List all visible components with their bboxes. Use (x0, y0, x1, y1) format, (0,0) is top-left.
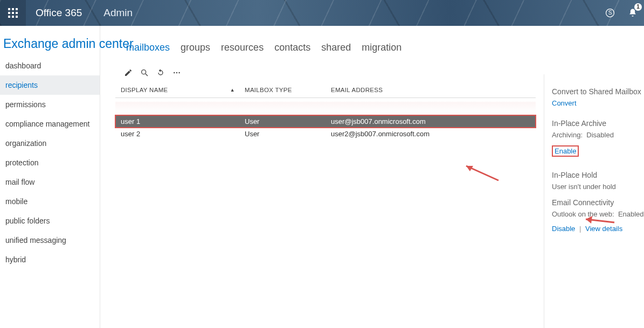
svg-line-12 (146, 74, 148, 76)
sidebar-item-unified-messaging[interactable]: unified messaging (0, 231, 100, 250)
svg-rect-6 (8, 16, 10, 18)
refresh-button[interactable] (155, 67, 166, 78)
refresh-icon (156, 68, 165, 77)
cell-display-name: user 2 (121, 130, 245, 138)
tab-groups[interactable]: groups (181, 42, 210, 53)
table-row[interactable]: user 2Useruser2@jsb007.onmicrosoft.com (115, 128, 536, 140)
sort-asc-icon: ▲ (230, 87, 235, 93)
admin-label[interactable]: Admin (92, 7, 133, 19)
sidebar-item-organization[interactable]: organization (0, 134, 100, 153)
archive-status-value: Disabled (586, 131, 614, 139)
svg-rect-1 (12, 8, 14, 10)
notifications-button[interactable]: 1 (621, 0, 644, 26)
pencil-icon (124, 68, 133, 77)
sidebar-item-protection[interactable]: protection (0, 153, 100, 172)
view-details-link[interactable]: View details (585, 225, 622, 233)
brand-label[interactable]: Office 365 (26, 7, 92, 19)
grid-header: DISPLAY NAME ▲ MAILBOX TYPE EMAIL ADDRES… (115, 82, 536, 98)
separator: | (579, 225, 581, 233)
skype-button[interactable]: S (599, 0, 621, 26)
column-display-name-label: DISPLAY NAME (121, 87, 168, 93)
sidebar-item-compliance-management[interactable]: compliance management (0, 114, 100, 134)
enable-archive-link[interactable]: Enable (552, 145, 579, 157)
column-email-address-label: EMAIL ADDRESS (331, 87, 383, 93)
svg-rect-3 (8, 12, 10, 14)
svg-point-11 (142, 70, 146, 74)
svg-rect-0 (8, 8, 10, 10)
tab-shared[interactable]: shared (321, 42, 351, 53)
svg-point-14 (176, 72, 177, 73)
cell-mailbox-type: User (245, 130, 331, 138)
owa-status: Outlook on the web: Enabled (552, 210, 644, 218)
hold-status: User isn't under hold (552, 183, 644, 191)
svg-rect-4 (12, 12, 14, 14)
svg-point-15 (178, 72, 179, 73)
left-nav: dashboardrecipientspermissionscompliance… (0, 26, 100, 328)
owa-actions: Disable | View details (552, 225, 644, 233)
svg-point-13 (174, 72, 175, 73)
edit-button[interactable] (123, 67, 134, 78)
tabs-bar: mailboxesgroupsresourcescontactssharedmi… (100, 26, 644, 53)
notification-count-badge: 1 (634, 3, 642, 11)
convert-heading: Convert to Shared Mailbox (552, 87, 644, 96)
column-email-address[interactable]: EMAIL ADDRESS (331, 87, 536, 93)
hold-heading: In-Place Hold (552, 171, 644, 179)
owa-label: Outlook on the web: (552, 210, 614, 218)
sidebar-item-mobile[interactable]: mobile (0, 192, 100, 211)
waffle-icon (8, 8, 18, 18)
svg-text:S: S (608, 10, 612, 16)
cell-email-address: user2@jsb007.onmicrosoft.com (331, 130, 536, 138)
cell-display-name: user 1 (121, 117, 245, 125)
svg-rect-2 (16, 8, 18, 10)
more-button[interactable] (171, 67, 182, 78)
redacted-row (115, 101, 536, 113)
skype-icon: S (605, 8, 615, 18)
tab-mailboxes[interactable]: mailboxes (126, 42, 170, 53)
archive-heading: In-Place Archive (552, 119, 644, 128)
search-button[interactable] (139, 67, 150, 78)
svg-rect-5 (16, 12, 18, 14)
archive-status-label: Archiving: (552, 131, 583, 139)
details-pane: Convert to Shared Mailbox Convert In-Pla… (544, 74, 644, 328)
svg-rect-8 (16, 16, 18, 18)
cell-email-address: user@jsb007.onmicrosoft.com (331, 117, 536, 125)
column-display-name[interactable]: DISPLAY NAME ▲ (121, 87, 245, 93)
archive-status: Archiving: Disabled (552, 131, 644, 139)
content-area: mailboxesgroupsresourcescontactssharedmi… (100, 26, 644, 328)
tab-migration[interactable]: migration (362, 42, 401, 53)
ellipsis-icon (172, 68, 181, 77)
column-mailbox-type[interactable]: MAILBOX TYPE (245, 87, 331, 93)
app-launcher-button[interactable] (0, 0, 26, 26)
table-row[interactable]: user 1Useruser@jsb007.onmicrosoft.com (115, 115, 536, 128)
mailbox-grid: DISPLAY NAME ▲ MAILBOX TYPE EMAIL ADDRES… (115, 82, 536, 140)
tab-resources[interactable]: resources (221, 42, 264, 53)
sidebar-item-public-folders[interactable]: public folders (0, 211, 100, 231)
sidebar-item-permissions[interactable]: permissions (0, 95, 100, 114)
search-icon (140, 68, 149, 77)
top-bar: Office 365 Admin S 1 (0, 0, 644, 26)
svg-rect-7 (12, 16, 14, 18)
convert-link[interactable]: Convert (552, 99, 577, 107)
cell-mailbox-type: User (245, 117, 331, 125)
owa-value: Enabled (618, 210, 644, 218)
sidebar-item-dashboard[interactable]: dashboard (0, 56, 100, 75)
sidebar-item-hybrid[interactable]: hybrid (0, 250, 100, 269)
column-mailbox-type-label: MAILBOX TYPE (245, 87, 292, 93)
disable-owa-link[interactable]: Disable (552, 225, 575, 233)
tab-contacts[interactable]: contacts (274, 42, 310, 53)
sidebar-item-mail-flow[interactable]: mail flow (0, 172, 100, 192)
sidebar-item-recipients[interactable]: recipients (0, 75, 100, 95)
email-connectivity-heading: Email Connectivity (552, 198, 644, 207)
